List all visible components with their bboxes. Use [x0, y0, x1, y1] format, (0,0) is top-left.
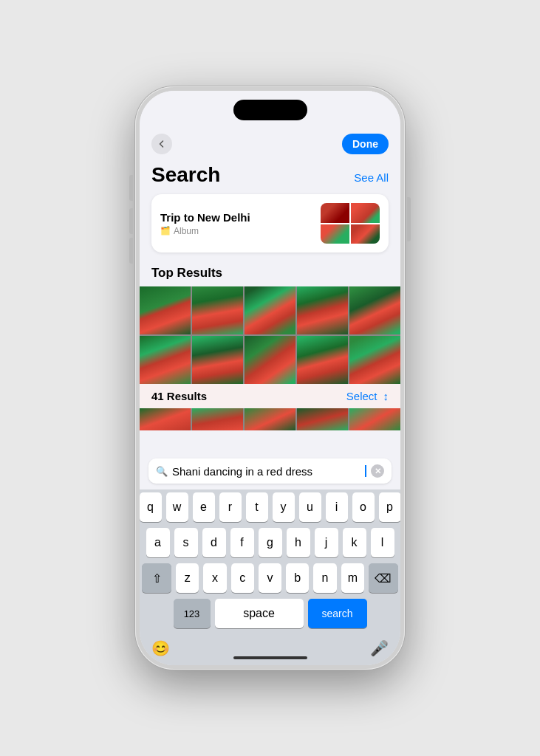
key-i[interactable]: i: [326, 492, 348, 522]
phone-screen: Done Search See All Trip to New Delhi 🗂️…: [140, 91, 400, 665]
key-r[interactable]: r: [219, 492, 242, 522]
dynamic-island: [233, 100, 307, 120]
section-title-top-results: Top Results: [140, 263, 400, 286]
back-button[interactable]: [151, 134, 172, 154]
key-m[interactable]: m: [341, 563, 364, 593]
album-thumb-2: [351, 203, 380, 223]
key-c[interactable]: c: [231, 563, 254, 593]
space-key[interactable]: space: [215, 599, 304, 628]
grid-photo-10[interactable]: [349, 336, 400, 384]
see-all-button[interactable]: See All: [354, 171, 389, 187]
nav-bar: Done: [140, 128, 400, 160]
album-thumb-4: [351, 224, 380, 244]
results-bar: 41 Results Select ↕: [140, 384, 400, 408]
album-type: 🗂️ Album: [160, 226, 250, 236]
album-icon: 🗂️: [160, 226, 171, 236]
search-input-row: 🔍 Shani dancing in a red dress ✕: [140, 453, 400, 489]
key-f[interactable]: f: [230, 528, 254, 557]
key-row-4: 123 space search: [142, 599, 398, 628]
key-x[interactable]: x: [203, 563, 226, 593]
grid-photo-1[interactable]: [140, 286, 191, 334]
delete-key[interactable]: ⌫: [369, 563, 398, 593]
grid-photo-5[interactable]: [349, 286, 400, 334]
mic-button[interactable]: 🎤: [370, 639, 389, 657]
partial-photo-3[interactable]: [245, 408, 295, 430]
key-q[interactable]: q: [140, 492, 162, 522]
phone-frame: Done Search See All Trip to New Delhi 🗂️…: [135, 86, 405, 670]
key-a[interactable]: a: [146, 528, 170, 557]
grid-photo-8[interactable]: [245, 336, 295, 384]
key-y[interactable]: y: [273, 492, 295, 522]
clear-button[interactable]: ✕: [371, 464, 384, 478]
search-key[interactable]: search: [308, 599, 367, 628]
grid-photo-3[interactable]: [245, 286, 295, 334]
album-thumb-1: [321, 203, 349, 223]
key-l[interactable]: l: [371, 528, 394, 557]
key-v[interactable]: v: [259, 563, 281, 593]
grid-photo-6[interactable]: [140, 336, 191, 384]
numbers-key[interactable]: 123: [174, 599, 211, 628]
text-cursor: [365, 465, 366, 477]
done-button[interactable]: Done: [342, 134, 389, 154]
scroll-content: Search See All Trip to New Delhi 🗂️ Albu…: [140, 160, 400, 453]
page-title: Search: [151, 163, 220, 187]
key-w[interactable]: w: [166, 492, 188, 522]
key-j[interactable]: j: [315, 528, 338, 557]
key-row-2: a s d f g h j k l: [142, 528, 398, 557]
results-actions: Select ↕: [346, 390, 389, 402]
album-name: Trip to New Delhi: [160, 211, 250, 224]
photo-grid: [140, 286, 400, 384]
search-field[interactable]: 🔍 Shani dancing in a red dress ✕: [148, 458, 392, 484]
results-count: 41 Results: [151, 390, 207, 402]
grid-photo-4[interactable]: [297, 286, 348, 334]
partial-photo-1[interactable]: [140, 408, 191, 430]
keyboard-area: 🔍 Shani dancing in a red dress ✕ q w e r…: [140, 453, 400, 665]
grid-photo-9[interactable]: [297, 336, 348, 384]
search-icon: 🔍: [156, 466, 168, 477]
grid-photo-7[interactable]: [192, 336, 243, 384]
partial-photo-5[interactable]: [349, 408, 400, 430]
grid-photo-2[interactable]: [192, 286, 243, 334]
partial-photo-4[interactable]: [297, 408, 348, 430]
album-card[interactable]: Trip to New Delhi 🗂️ Album: [151, 194, 389, 252]
key-b[interactable]: b: [286, 563, 309, 593]
key-z[interactable]: z: [176, 563, 199, 593]
key-row-3: ⇧ z x c v b n m ⌫: [142, 563, 398, 593]
sort-icon[interactable]: ↕: [383, 390, 389, 402]
album-info: Trip to New Delhi 🗂️ Album: [160, 211, 250, 236]
partial-photo-2[interactable]: [192, 408, 243, 430]
select-button[interactable]: Select: [346, 390, 377, 402]
search-text-value: Shani dancing in a red dress: [172, 465, 360, 478]
key-o[interactable]: o: [352, 492, 375, 522]
key-u[interactable]: u: [299, 492, 321, 522]
key-d[interactable]: d: [202, 528, 226, 557]
key-t[interactable]: t: [246, 492, 268, 522]
album-thumbnails: [321, 203, 380, 244]
key-h[interactable]: h: [287, 528, 310, 557]
key-n[interactable]: n: [313, 563, 336, 593]
home-indicator: [233, 656, 307, 659]
keyboard-rows: q w e r t y u i o p a s d f g: [140, 489, 400, 628]
key-k[interactable]: k: [343, 528, 366, 557]
shift-key[interactable]: ⇧: [142, 563, 171, 593]
key-g[interactable]: g: [259, 528, 282, 557]
key-s[interactable]: s: [174, 528, 198, 557]
status-bar: [140, 91, 400, 128]
album-thumb-3: [321, 224, 349, 244]
partial-photo-row: [140, 408, 400, 430]
key-p[interactable]: p: [379, 492, 401, 522]
bottom-bar: 😊 🎤: [140, 634, 400, 665]
emoji-button[interactable]: 😊: [151, 639, 170, 657]
key-e[interactable]: e: [193, 492, 215, 522]
page-header: Search See All: [140, 160, 400, 194]
key-row-1: q w e r t y u i o p: [142, 492, 398, 522]
